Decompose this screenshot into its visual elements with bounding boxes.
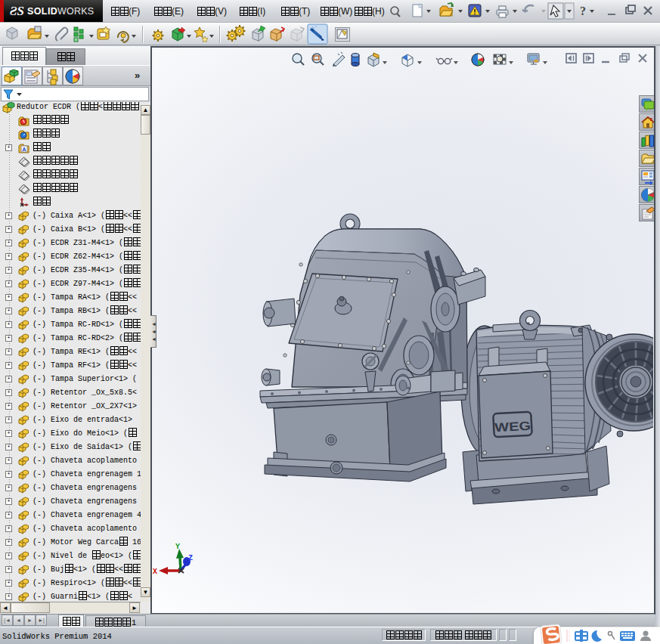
svg-text:SOLID: SOLID [27, 6, 57, 17]
svg-text:ƧS: ƧS [10, 4, 24, 18]
svg-text:?: ? [580, 5, 586, 17]
svg-text:X: X [153, 568, 157, 576]
svg-text:A: A [23, 146, 26, 153]
svg-text:Z: Z [188, 554, 193, 562]
svg-text:WORKS: WORKS [57, 6, 94, 17]
svg-text:Y: Y [175, 543, 180, 551]
